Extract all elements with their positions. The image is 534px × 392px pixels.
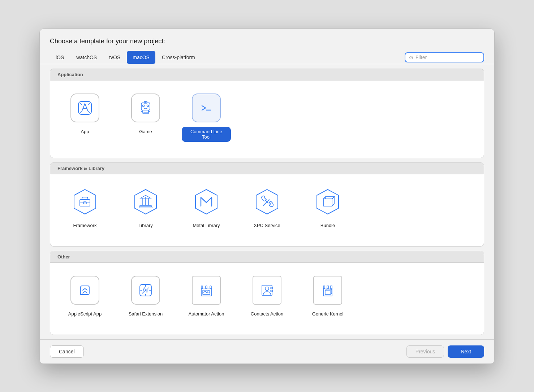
framework-items-grid: Framework xyxy=(56,174,478,243)
framework-icon-wrapper xyxy=(70,187,99,216)
contactsaction-icon-wrapper xyxy=(253,276,281,305)
framework-icon xyxy=(70,187,99,216)
tab-ios[interactable]: iOS xyxy=(50,51,70,64)
library-icon xyxy=(131,187,160,216)
game-icon-wrapper xyxy=(131,93,160,122)
automatoraction-icon xyxy=(198,282,214,298)
tab-macos[interactable]: macOS xyxy=(127,51,155,64)
dialog-title: Choose a template for your new project: xyxy=(50,38,165,45)
filter-input-wrapper: ⊙ xyxy=(405,52,484,62)
safariextension-icon xyxy=(138,282,154,298)
applescriptapp-icon xyxy=(77,282,93,298)
xpcservice-icon-wrapper xyxy=(253,187,281,216)
cancel-button[interactable]: Cancel xyxy=(50,345,84,358)
other-section-title: Other xyxy=(50,251,484,263)
template-framework[interactable]: Framework xyxy=(56,183,114,235)
automatoraction-icon-wrapper xyxy=(192,276,221,305)
svg-rect-48 xyxy=(325,290,330,295)
svg-rect-43 xyxy=(271,290,273,292)
safariextension-label: Safari Extension xyxy=(123,309,169,319)
xpcservice-icon xyxy=(253,187,281,216)
svg-rect-42 xyxy=(271,287,273,289)
filter-container: ⊙ xyxy=(405,52,484,62)
application-section-title: Application xyxy=(50,69,484,80)
contactsaction-label: Contacts Action xyxy=(245,309,289,319)
library-label: Library xyxy=(133,221,159,230)
framework-section: Framework & Library Framew xyxy=(50,162,484,247)
application-items-grid: App xyxy=(56,80,478,155)
other-items-grid: AppleScript App xyxy=(56,263,478,332)
app-icon xyxy=(77,100,93,116)
template-xpcservice[interactable]: XPC Service xyxy=(238,183,296,235)
svg-point-2 xyxy=(143,105,145,106)
safariextension-icon-wrapper xyxy=(131,276,160,305)
svg-marker-21 xyxy=(195,190,217,214)
template-metallibrary[interactable]: Metal Library xyxy=(177,183,235,235)
game-label: Game xyxy=(133,127,158,136)
dialog-footer: Cancel Previous Next xyxy=(40,339,494,363)
template-automatoraction[interactable]: Automator Action xyxy=(177,271,235,323)
library-icon-wrapper xyxy=(131,187,160,216)
bundle-label: Bundle xyxy=(315,221,341,230)
other-section: Other AppleScript App xyxy=(50,251,484,335)
content-area: Application App xyxy=(40,64,494,339)
svg-rect-6 xyxy=(143,110,148,114)
commandlinetool-icon xyxy=(198,100,214,116)
tabs-row: iOS watchOS tvOS macOS Cross-platform ⊙ xyxy=(40,51,494,64)
generickernelext-icon xyxy=(320,282,336,298)
tab-crossplatform[interactable]: Cross-platform xyxy=(156,51,201,64)
commandlinetool-icon-wrapper xyxy=(192,93,221,122)
template-game[interactable]: Game xyxy=(117,89,175,146)
automatoraction-label: Automator Action xyxy=(183,309,230,319)
application-section: Application App xyxy=(50,69,484,158)
tab-watchos[interactable]: watchOS xyxy=(70,51,103,64)
tab-tvos[interactable]: tvOS xyxy=(103,51,126,64)
filter-icon: ⊙ xyxy=(409,55,413,60)
template-app[interactable]: App xyxy=(56,89,114,146)
svg-point-29 xyxy=(145,289,146,291)
template-generickernelext[interactable]: Generic Kernel xyxy=(299,271,357,323)
generickernelext-icon-wrapper xyxy=(313,276,342,305)
applescriptapp-icon-wrapper xyxy=(70,276,99,305)
contactsaction-icon xyxy=(259,282,275,298)
svg-point-39 xyxy=(208,291,209,292)
applescriptapp-label: AppleScript App xyxy=(63,309,108,319)
metallibrary-icon xyxy=(192,187,221,216)
svg-rect-25 xyxy=(323,199,332,206)
app-icon-wrapper xyxy=(70,93,99,122)
template-safariextension[interactable]: Safari Extension xyxy=(117,271,175,323)
template-dialog: Choose a template for your new project: … xyxy=(39,29,495,364)
template-library[interactable]: Library xyxy=(117,183,175,235)
app-label: App xyxy=(75,127,95,136)
previous-button[interactable]: Previous xyxy=(406,345,444,358)
metallibrary-label: Metal Library xyxy=(187,221,225,230)
template-bundle[interactable]: Bundle xyxy=(299,183,357,235)
template-applescriptapp[interactable]: AppleScript App xyxy=(56,271,114,323)
template-commandlinetool[interactable]: Command Line Tool xyxy=(177,89,235,146)
framework-label: Framework xyxy=(67,221,102,230)
svg-point-3 xyxy=(147,105,149,106)
footer-right: Previous Next xyxy=(406,345,484,358)
game-icon xyxy=(138,100,154,116)
generickernelext-label: Generic Kernel xyxy=(306,309,349,319)
svg-point-41 xyxy=(265,287,269,291)
svg-rect-17 xyxy=(139,207,152,208)
xpcservice-label: XPC Service xyxy=(248,221,286,230)
svg-marker-24 xyxy=(317,190,339,214)
filter-input[interactable] xyxy=(415,55,480,60)
template-contactsaction[interactable]: Contacts Action xyxy=(238,271,296,323)
metallibrary-icon-wrapper xyxy=(192,187,221,216)
bundle-icon-wrapper xyxy=(313,187,342,216)
commandlinetool-label: Command Line Tool xyxy=(182,127,231,142)
next-button[interactable]: Next xyxy=(448,345,484,358)
dialog-header: Choose a template for your new project: xyxy=(40,29,494,51)
framework-section-title: Framework & Library xyxy=(50,163,484,174)
bundle-icon xyxy=(313,187,342,216)
